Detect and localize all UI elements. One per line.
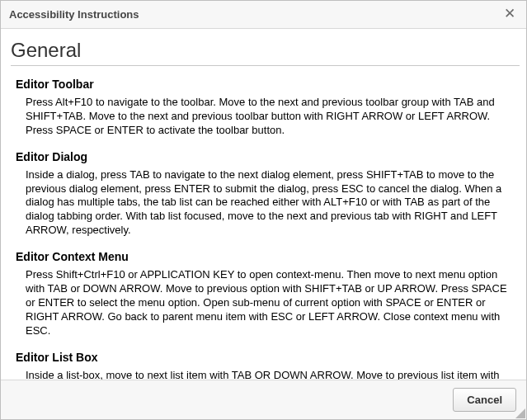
section-editor-list-box: Editor List Box Inside a list-box, move …	[11, 351, 520, 380]
cancel-button[interactable]: Cancel	[453, 388, 516, 412]
resize-grip-icon[interactable]	[515, 408, 525, 418]
accessibility-dialog: Accessibility Instructions ✕ General Edi…	[0, 0, 527, 420]
section-editor-context-menu: Editor Context Menu Press Shift+Ctrl+F10…	[11, 250, 520, 337]
section-heading: Editor Toolbar	[16, 78, 515, 91]
section-heading: Editor Dialog	[16, 150, 515, 163]
dialog-footer: Cancel	[1, 380, 526, 419]
section-body: Inside a list-box, move to next list ite…	[16, 369, 515, 380]
section-body: Inside a dialog, press TAB to navigate t…	[16, 168, 515, 238]
dialog-title: Accessibility Instructions	[9, 8, 501, 21]
page-title: General	[11, 39, 520, 66]
section-body: Press Alt+F10 to navigate to the toolbar…	[16, 96, 515, 138]
dialog-titlebar: Accessibility Instructions ✕	[1, 1, 526, 29]
section-editor-dialog: Editor Dialog Inside a dialog, press TAB…	[11, 150, 520, 238]
close-icon[interactable]: ✕	[501, 7, 518, 23]
section-editor-toolbar: Editor Toolbar Press Alt+F10 to navigate…	[11, 78, 520, 138]
section-body: Press Shift+Ctrl+F10 or APPLICATION KEY …	[16, 268, 515, 337]
section-heading: Editor Context Menu	[16, 250, 515, 263]
dialog-content-scroll[interactable]: General Editor Toolbar Press Alt+F10 to …	[1, 29, 526, 380]
section-heading: Editor List Box	[16, 351, 515, 364]
